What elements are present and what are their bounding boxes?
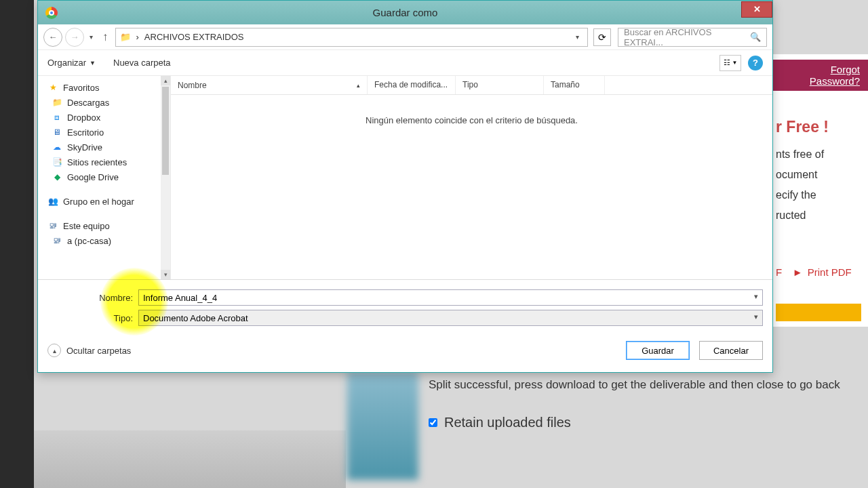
folder-icon: 📁 (52, 97, 62, 108)
new-folder-button[interactable]: Nueva carpeta (113, 58, 171, 68)
save-as-dialog: Guardar como ✕ ← → ▾ ↑ 📁 › ARCHIVOS EXTR… (37, 0, 773, 373)
close-button[interactable]: ✕ (741, 1, 772, 18)
sidebar-item-downloads[interactable]: 📁 Descargas (38, 95, 161, 110)
view-mode-button[interactable]: ☷▼ (719, 55, 741, 71)
filetype-select[interactable]: Documento Adobe Acrobat (138, 310, 763, 326)
cancel-button[interactable]: Cancelar (699, 341, 763, 360)
forgot-password-link[interactable]: Forgot Password? (773, 60, 868, 91)
filetype-label: Tipo: (47, 313, 138, 323)
help-button[interactable]: ? (748, 56, 763, 70)
dropbox-icon: ⧈ (52, 112, 62, 123)
pdf-thumbnail (347, 371, 418, 480)
sidebar-favorites[interactable]: ★ Favoritos (38, 80, 161, 95)
sidebar-item-skydrive[interactable]: ☁ SkyDrive (38, 140, 161, 155)
back-button[interactable]: ← (43, 28, 62, 47)
sidebar-item-desktop[interactable]: 🖥 Escritorio (38, 125, 161, 140)
recent-icon: 📑 (52, 157, 62, 167)
desktop-icon: 🖥 (52, 127, 62, 138)
dialog-title: Guardar como (373, 7, 438, 18)
chevron-up-icon: ▴ (47, 344, 61, 357)
column-header-date[interactable]: Fecha de modifica... (368, 76, 456, 94)
pc-icon: 🖳 (47, 220, 58, 231)
filename-label: Nombre: (47, 293, 138, 303)
sidebar-homegroup[interactable]: 👥 Grupo en el hogar (38, 194, 161, 209)
filename-input[interactable]: Informe Anual_4_4 (138, 289, 763, 306)
save-button[interactable]: Guardar (626, 341, 690, 360)
column-header-type[interactable]: Tipo (456, 76, 544, 94)
sidebar-item-recent[interactable]: 📑 Sitios recientes (38, 155, 161, 169)
hide-folders-toggle[interactable]: ▴ Ocultar carpetas (47, 344, 131, 357)
sidebar-item-network-pc[interactable]: 🖳 a (pc-casa) (38, 233, 161, 248)
search-input[interactable]: Buscar en ARCHIVOS EXTRAI...🔍 (618, 28, 767, 47)
print-pdf-link[interactable]: F ► Print PDF (776, 266, 861, 278)
pc-icon: 🖳 (52, 235, 62, 246)
address-bar[interactable]: 📁 › ARCHIVOS EXTRAIDOS ▾ (115, 28, 589, 47)
column-header-size[interactable]: Tamaño (544, 76, 605, 94)
sidebar-scrollbar[interactable]: ▴▾ (161, 76, 170, 279)
address-dropdown[interactable]: ▾ (572, 33, 583, 41)
status-message: Split successful, press download to get … (429, 378, 854, 392)
history-dropdown[interactable]: ▾ (87, 33, 96, 41)
forward-button[interactable]: → (65, 28, 84, 47)
sidebar-item-dropbox[interactable]: ⧈ Dropbox (38, 110, 161, 125)
sidebar-this-pc[interactable]: 🖳 Este equipo (38, 218, 161, 233)
column-header-name[interactable]: Nombre▴ (171, 76, 368, 94)
refresh-button[interactable]: ⟳ (593, 28, 611, 46)
bg-text: nts free ofocument ecify theructed (776, 144, 861, 226)
search-icon: 🔍 (750, 32, 761, 42)
breadcrumb[interactable]: ARCHIVOS EXTRAIDOS (144, 32, 244, 42)
gdrive-icon: ◆ (52, 171, 62, 182)
up-button[interactable]: ↑ (98, 30, 113, 44)
organize-menu[interactable]: Organizar▼ (47, 58, 96, 68)
homegroup-icon: 👥 (47, 196, 58, 207)
folder-icon: 📁 (120, 32, 131, 42)
star-icon: ★ (47, 82, 58, 93)
retain-files-checkbox[interactable]: Retain uploaded files (429, 415, 854, 430)
sidebar-item-gdrive[interactable]: ◆ Google Drive (38, 169, 161, 184)
chrome-icon (45, 7, 58, 19)
empty-folder-message: Ningún elemento coincide con el criterio… (171, 115, 772, 125)
cloud-icon: ☁ (52, 142, 62, 152)
bg-heading: r Free ! (776, 118, 861, 136)
